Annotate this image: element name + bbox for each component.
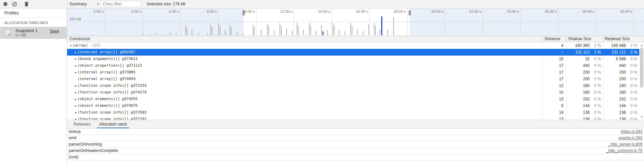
column-header-distance[interactable]: Distance (543, 36, 566, 42)
selection-handle-left[interactable] (243, 10, 245, 15)
frame-function-name: emit (69, 136, 77, 140)
main-panel: 2.00 s4.00 s6.00 s8.00 s10.00 s12.00 s14… (67, 8, 644, 164)
retained-size-value: 200 (603, 69, 626, 76)
retained-size-cell: 1360 % (603, 109, 639, 116)
tab-retainers[interactable]: Retainers (71, 120, 93, 128)
table-row[interactable]: ▶(object elements)[]@37407551440 %1440 % (67, 102, 639, 109)
retained-size-percent: 2 % (626, 42, 639, 49)
stack-frame-row[interactable]: parserOnIncoming_http_server.js:809 (67, 141, 644, 148)
stack-frame-row[interactable]: lookupindex.js:343 (67, 129, 644, 135)
allocation-bar-live (323, 31, 324, 35)
distance-cell: 5 (543, 102, 566, 109)
record-button[interactable] (2, 1, 8, 7)
table-row[interactable]: ▶(internal array)[]@373885172000 %2000 % (67, 69, 639, 76)
expander-arrow-icon[interactable]: ▶ (74, 83, 78, 89)
expander-arrow-icon[interactable]: ▶ (74, 89, 78, 96)
stack-frame-row[interactable]: parserOnHeadersComplete_http_common.js:7… (67, 148, 644, 154)
stack-frame-row[interactable]: emitevents.js:263 (67, 135, 644, 141)
perspective-select-label: Summary (69, 2, 97, 6)
clear-button[interactable] (11, 1, 17, 7)
allocation-bar (280, 23, 280, 35)
perspective-select[interactable]: Summary ▼ (69, 1, 99, 7)
toolbar-separator (20, 1, 20, 7)
expander-arrow-icon[interactable]: ▶ (74, 63, 78, 69)
retained-size-cell: 1600 % (603, 89, 639, 96)
expander-arrow-icon[interactable]: ▼ (69, 43, 72, 49)
source-location-link[interactable]: index.js:343 (621, 129, 642, 134)
column-header-retained-size[interactable]: Retained Size (603, 36, 639, 42)
clear-icon (12, 2, 17, 7)
retained-size-value: 200 (603, 76, 626, 82)
vertical-scrollbar[interactable]: ▲ ▼ (639, 42, 644, 120)
allocation-bar (261, 30, 261, 35)
shallow-size-value: 136 (566, 116, 590, 120)
column-header-constructor[interactable]: Constructor (67, 36, 543, 42)
selection-handle-right[interactable] (409, 10, 411, 15)
allocation-bar (237, 32, 238, 35)
scroll-up-arrow-icon[interactable]: ▲ (639, 43, 644, 48)
table-row[interactable]: ▶(object elements)[]@374555131520 %1520 … (67, 96, 639, 102)
column-header-shallow-size[interactable]: Shallow Size (566, 36, 603, 42)
allocation-bar (315, 31, 316, 35)
constructor-name: (function scope info)[] (78, 117, 129, 120)
object-id: @371121 (127, 63, 142, 68)
frame-function-name: lookup (69, 129, 81, 134)
allocation-bar (303, 30, 304, 35)
allocation-bar (267, 24, 268, 35)
allocation-timeline-overview[interactable]: 2.00 s4.00 s6.00 s8.00 s10.00 s12.00 s14… (67, 8, 644, 36)
allocation-bar (149, 34, 150, 35)
source-location-link[interactable]: events.js:263 (618, 136, 642, 140)
object-id: @373885 (120, 70, 135, 74)
table-row[interactable]: ▶(internal array)[]@369387–131 1122 %131… (67, 49, 639, 56)
allocation-bar (220, 27, 220, 35)
scrollbar-thumb[interactable] (640, 48, 643, 88)
source-location-link[interactable]: _http_common.js:75 (606, 148, 642, 153)
save-link[interactable]: Save (50, 29, 59, 33)
allocation-bar (310, 25, 311, 35)
shallow-size-value: 144 (566, 102, 590, 109)
timeline-tick-label: 14.00 s (318, 9, 330, 13)
table-row[interactable]: (internal array)[]@374093172000 %2000 % (67, 76, 639, 82)
sidebar-item-snapshot[interactable]: % Snapshot 1 6.7 MB Save (0, 27, 67, 39)
table-row[interactable]: ▶(bound arguments)[]@37361115320 %5 5680… (67, 56, 639, 62)
table-row[interactable]: ▶(function scope info)[]@372333121600 %1… (67, 82, 639, 89)
shallow-size-value: 200 (566, 69, 590, 76)
expander-arrow-icon[interactable]: ▶ (74, 56, 78, 62)
expander-arrow-icon[interactable]: ▶ (74, 49, 78, 56)
constructor-name: (internal array)[] (78, 70, 117, 74)
shallow-size-value: 160 (566, 82, 590, 89)
object-id: @369387 (120, 50, 135, 54)
expander-arrow-icon[interactable]: ▶ (74, 116, 78, 120)
class-filter-input[interactable] (101, 1, 142, 7)
tab-allocation-stack[interactable]: Allocation stack (97, 120, 129, 128)
source-location-link[interactable]: _http_server.js:809 (608, 142, 642, 147)
constructor-cell: ▶(internal array)[]@369387 (67, 49, 543, 56)
shallow-size-value: 440 (566, 62, 590, 69)
shallow-size-cell: 2000 % (566, 76, 603, 82)
allocation-bar (380, 30, 380, 35)
table-row[interactable]: ▶(function scope info)[]@372181131360 %1… (67, 116, 639, 120)
expander-arrow-icon[interactable]: ▶ (74, 96, 78, 102)
delete-profile-button[interactable] (23, 1, 30, 7)
frame-function-name: parserOnIncoming (69, 142, 102, 147)
shallow-size-cell: 1520 % (566, 96, 603, 102)
stack-frame-row[interactable]: (root) (67, 154, 644, 160)
distance-cell: – (543, 49, 566, 56)
retained-size-percent: 0 % (626, 102, 639, 109)
allocation-bar (143, 33, 143, 35)
table-row[interactable]: ▼(array)×3154160 3602 %165 4882 % (67, 42, 639, 49)
table-row[interactable]: ▶(function scope info)[]@374279101600 %1… (67, 89, 639, 96)
shallow-size-cell: 1600 % (566, 89, 603, 96)
constructor-cell: ▶(object elements)[]@374075 (67, 102, 543, 109)
scroll-down-arrow-icon[interactable]: ▼ (639, 114, 644, 119)
expander-arrow-icon[interactable]: ▶ (74, 109, 78, 116)
shallow-size-cell: 1440 % (566, 102, 603, 109)
distance-cell: 17 (543, 76, 566, 82)
expander-arrow-icon[interactable]: ▶ (74, 103, 78, 109)
table-row[interactable]: ▶(function scope info)[]@372583141360 %1… (67, 109, 639, 116)
table-row[interactable]: ▶(object properties)[]@371121174400 %440… (67, 62, 639, 69)
constructor-cell: (internal array)[]@374093 (67, 76, 543, 82)
expander-arrow-icon[interactable]: ▶ (74, 69, 78, 76)
timeline-gridline (596, 8, 596, 36)
timeline-tick-label: 16.00 s (356, 9, 368, 13)
